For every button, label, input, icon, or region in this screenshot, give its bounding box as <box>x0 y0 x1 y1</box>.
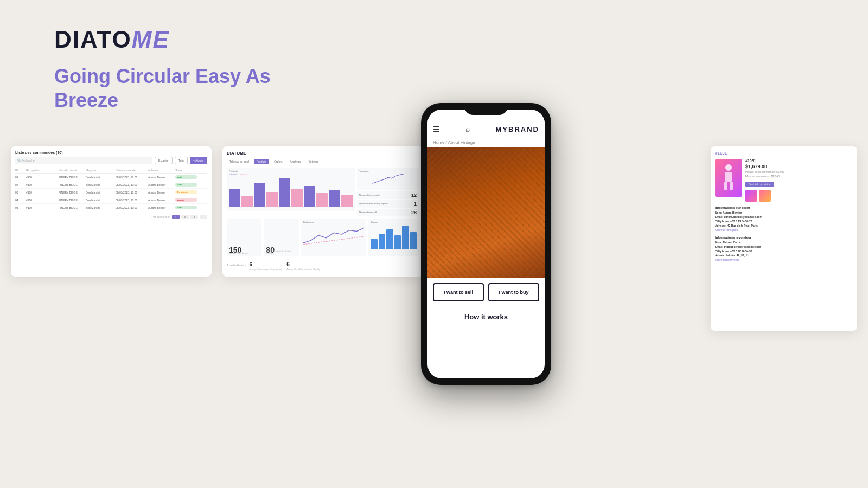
orders-panel: Liste des commandes (90) 🔍 Rechercher Ex… <box>11 146 212 277</box>
app-logo: DIATOme <box>54 26 170 53</box>
page-button[interactable]: 1 <box>172 215 180 219</box>
product-price: $1,679.00 <box>745 164 853 169</box>
bar <box>291 189 303 207</box>
avg-products-box: 80 Average Products On Resale Inventory <box>264 219 298 256</box>
bar <box>329 190 340 207</box>
svg-point-0 <box>725 164 732 171</box>
tagline-line2: Breeze <box>54 89 271 112</box>
svg-rect-2 <box>724 182 727 190</box>
charts-row-top: Products ● Actives ● Vendues <box>227 168 419 216</box>
customer-phone-field: Téléphone: +33 6 98 76 54 32 <box>715 249 853 253</box>
table-header: ID Ref. produit Nom du produit Magasin D… <box>15 168 207 174</box>
bar <box>254 183 265 207</box>
bar <box>304 186 315 207</box>
orders-title: Liste des commandes (90) <box>15 151 207 155</box>
chart-label: Tournover <box>359 170 417 172</box>
svg-rect-1 <box>725 172 732 182</box>
table-row[interactable]: 05 #100 FINERY BEIGE Bon Marché 08/03/20… <box>15 204 207 211</box>
phone-mockup: ☰ ⌕ MYBRAND Home / About Vintage I want … <box>421 103 551 385</box>
page-button[interactable]: 2 <box>181 215 189 219</box>
bar <box>394 235 401 249</box>
next-page-button[interactable]: › <box>200 215 207 219</box>
dashboard-panel: DIATOME Tableau de bord Produits Orders … <box>222 146 423 277</box>
metrics-column: Tournover Number of items on sale 12 Num… <box>357 168 419 216</box>
turnover-chart: Tournover <box>357 168 419 190</box>
bar <box>410 232 417 249</box>
bar <box>402 226 409 249</box>
phone-breadcrumb: Home / About Vintage <box>427 137 545 147</box>
bar <box>229 189 240 207</box>
kpi-pending: Number of items pending approval 1 <box>357 200 419 208</box>
buy-button[interactable]: I want to buy <box>488 283 539 301</box>
customers-line-svg <box>303 224 365 246</box>
export-button[interactable]: Exporter <box>155 157 173 164</box>
how-it-works-label[interactable]: How it works <box>427 307 545 326</box>
product-details: #1031 $1,679.00 Produit de la commande: … <box>745 159 853 202</box>
phone-cta-buttons: I want to sell I want to buy <box>427 278 545 307</box>
bar-chart <box>229 177 353 207</box>
kpi-boxes: Number of items on sale 12 Number of ite… <box>357 191 419 216</box>
customer-email-field: Email: thibaut.cerco@example.com <box>715 245 853 248</box>
info-panel: #1031 #1031 $1,679.00 Produit de la comm… <box>711 146 857 331</box>
sweater-texture <box>427 147 545 278</box>
phone-brand: MYBRAND <box>496 125 539 133</box>
info-panel-content: #1031 #1031 $1,679.00 Produit de la comm… <box>711 146 857 331</box>
sell-button[interactable]: I want to sell <box>433 283 484 301</box>
tagline: Going Circular Easy As Breeze <box>54 65 271 112</box>
kpi-items-on-sale: Number of items on sale 12 <box>357 191 419 199</box>
tagline-line1: Going Circular Easy As <box>54 65 271 88</box>
vendor-name-field: Nom: Aurore Bernier <box>715 211 853 214</box>
customer-orders-field: Achats réalisés: 42, 32, 11 <box>715 254 853 257</box>
orders-toolbar: 🔍 Rechercher Exporter Trier + Ajouter <box>15 157 207 164</box>
product-name: #1031 <box>745 159 853 163</box>
view-product-button[interactable]: Statut du produit ▾ <box>745 182 774 187</box>
kpi-sold: Number of items sold 28 <box>357 209 419 216</box>
bar <box>371 239 377 249</box>
order-id: #1031 <box>715 151 853 156</box>
logo-text-italic: me <box>132 26 170 53</box>
thumbnail[interactable] <box>759 190 771 202</box>
chart-legend: ● Actives ● Vendues <box>229 174 353 176</box>
page-button[interactable]: 3 <box>190 215 198 219</box>
vendor-email-field: Email: aurore.bernier@example.com <box>715 215 853 219</box>
vendor-link[interactable]: Ouvrir la fiche profil → <box>715 228 853 232</box>
customer-name-field: Nom: Thibaut Cerco <box>715 241 853 244</box>
customer-col: Nom: Thibaut Cerco Email: thibaut.cerco@… <box>715 241 853 262</box>
tab-produits[interactable]: Produits <box>254 159 269 164</box>
product-sub: Mise en en-dessous: $1,148 <box>745 175 853 178</box>
hamburger-icon[interactable]: ☰ <box>433 125 440 133</box>
dashboard-content: DIATOME Tableau de bord Produits Orders … <box>222 146 423 277</box>
avg-order-box: 150 Average Order Amount <box>227 219 261 256</box>
table-row[interactable]: 02 #100 FINERY BEIGE Bon Marché 08/03/20… <box>15 181 207 189</box>
dashboard-tabs: Tableau de bord Produits Orders Analytic… <box>227 159 419 164</box>
logo-text-regular: DIATO <box>54 26 132 53</box>
tab-tableau[interactable]: Tableau de bord <box>227 159 252 164</box>
tab-analytics[interactable]: Analytics <box>288 159 304 164</box>
status-badge: En attente <box>175 190 197 194</box>
vendor-section-title: Informations sur client <box>715 206 853 209</box>
customer-link[interactable]: Ouvrir dossier vente → <box>715 258 853 261</box>
status-badge: Actif <box>175 175 197 179</box>
product-row: #1031 $1,679.00 Produit de la commande: … <box>715 159 853 202</box>
bar <box>379 234 385 249</box>
bar <box>316 193 328 207</box>
status-badge: Actif <box>175 206 197 209</box>
customers-chart: Customers <box>301 219 367 256</box>
bar <box>386 229 393 249</box>
search-icon[interactable]: ⌕ <box>465 125 470 133</box>
bottom-metrics: 6Average Customers per Group Monthly 6Av… <box>249 259 320 271</box>
dashboard-logo: DIATOME <box>227 151 419 156</box>
table-row[interactable]: 03 #100 FINERY BEIGE Bon Marché 08/03/20… <box>15 189 207 196</box>
orders-search[interactable]: 🔍 Rechercher <box>15 157 152 164</box>
add-order-button[interactable]: + Ajouter <box>190 157 207 164</box>
products-chart: Products ● Actives ● Vendues <box>227 168 355 211</box>
table-row[interactable]: 01 #100 FINERY BEIGE Bon Marché 08/03/20… <box>15 174 207 181</box>
tab-orders[interactable]: Orders <box>271 159 285 164</box>
groups-bar-chart <box>371 224 417 249</box>
thumbnail[interactable] <box>745 190 757 202</box>
tab-settings[interactable]: Settings <box>306 159 321 164</box>
sort-button[interactable]: Trier <box>175 157 188 164</box>
product-person-svg <box>720 163 737 193</box>
status-badge: Annulé <box>175 198 197 202</box>
table-row[interactable]: 04 #100 FINERY BEIGE Bon Marché 08/03/20… <box>15 196 207 204</box>
